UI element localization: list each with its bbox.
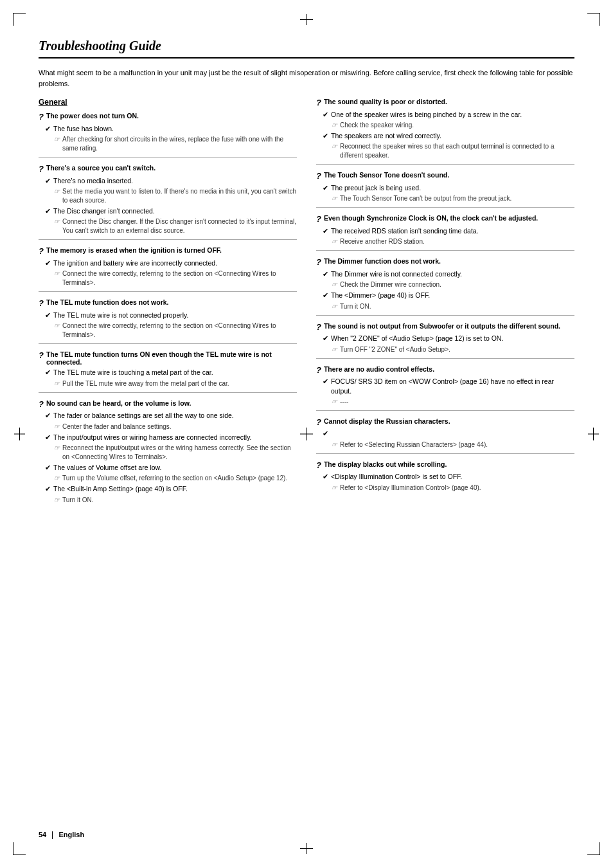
qa-audio-control: ? There are no audio control effects. ✔ … (316, 365, 574, 411)
check-item: ✔ The speakers are not wired correctly. (323, 131, 574, 141)
check-item: ✔ The fuse has blown. (45, 124, 297, 134)
qa-memory-question: ? The memory is erased when the ignition… (39, 246, 297, 257)
left-column: General ? The power does not turn ON. ✔ … (39, 98, 297, 511)
checkmark-icon: ✔ (45, 206, 51, 216)
checkmark-icon: ✔ (323, 131, 328, 141)
qa-source-question-text: There's a source you can't switch. (46, 164, 155, 172)
qa-touch-sensor-answer: ✔ The preout jack is being used. ☞ The T… (323, 183, 574, 203)
ref-icon: ☞ (54, 321, 60, 330)
qa-tel-mute-on-question-text: The TEL mute function turns ON even thou… (46, 350, 297, 366)
q-mark-memory: ? (39, 246, 44, 257)
ref-item: ☞ Check the speaker wiring. (332, 121, 574, 130)
check-text: <Display Illumination Control> is set to… (331, 472, 574, 482)
ref-icon: ☞ (54, 135, 60, 144)
check-item: ✔ The fader or balance settings are set … (45, 411, 297, 420)
qa-russian: ? Cannot display the Russian characters.… (316, 417, 574, 454)
divider (39, 239, 297, 240)
qa-dimmer-question: ? The Dimmer function does not work. (316, 257, 574, 267)
qa-display-blackout-answer: ✔ <Display Illumination Control> is set … (323, 472, 574, 492)
ref-item: ☞ Turn it ON. (332, 302, 574, 311)
ref-icon: ☞ (54, 269, 60, 278)
ref-text: Check the Dimmer wire connection. (340, 280, 574, 289)
qa-memory: ? The memory is erased when the ignition… (39, 246, 297, 292)
checkmark-icon: ✔ (323, 226, 328, 236)
ref-text: Set the media you want to listen to. If … (62, 187, 297, 205)
check-item: ✔ The input/output wires or wiring harne… (45, 433, 297, 442)
qa-touch-sensor-question-text: The Touch Sensor Tone doesn't sound. (324, 171, 449, 179)
divider (316, 410, 574, 411)
qa-tel-mute-on-question: ? The TEL mute function turns ON even th… (39, 350, 297, 366)
ref-icon: ☞ (54, 379, 60, 388)
check-item: ✔ The ignition and battery wire are inco… (45, 258, 297, 268)
ref-icon: ☞ (332, 345, 337, 354)
qa-tel-mute: ? The TEL mute function does not work. ✔… (39, 298, 297, 344)
q-mark-tel-mute-on: ? (39, 350, 44, 361)
qa-display-blackout: ? The display blacks out while scrolling… (316, 460, 574, 493)
checkmark-icon: ✔ (323, 110, 328, 120)
qa-audio-control-answer: ✔ FOCUS/ SRS 3D item on <WOW Control> (p… (323, 377, 574, 406)
qa-russian-question: ? Cannot display the Russian characters. (316, 417, 574, 428)
checkmark-icon: ✔ (323, 334, 328, 343)
divider (316, 250, 574, 251)
crosshair-left-v (19, 428, 20, 440)
ref-item: ☞ Reconnect the input/output wires or th… (54, 444, 297, 462)
ref-icon: ☞ (332, 121, 337, 130)
qa-sync-clock-question: ? Even though Synchronize Clock is ON, t… (316, 214, 574, 224)
qa-russian-question-text: Cannot display the Russian characters. (324, 417, 450, 425)
corner-mark-tl (13, 13, 26, 26)
ref-item: ☞ Center the fader and balance settings. (54, 422, 297, 431)
check-text: When "2 ZONE" of <Audio Setup> (page 12)… (331, 334, 574, 343)
ref-icon: ☞ (54, 496, 60, 505)
qa-memory-answer: ✔ The ignition and battery wire are inco… (45, 258, 297, 287)
corner-mark-tr (587, 13, 600, 26)
ref-item: ☞ Turn it ON. (54, 496, 297, 505)
qa-sound-quality-question: ? The sound quality is poor or distorted… (316, 98, 574, 108)
q-mark-audio-control: ? (316, 365, 321, 375)
ref-item: ☞ After checking for short circuits in t… (54, 135, 297, 153)
checkmark-icon: ✔ (323, 183, 328, 193)
q-mark-sound-quality: ? (316, 98, 321, 108)
ref-item: ☞ Pull the TEL mute wire away from the m… (54, 379, 297, 388)
ref-text: The Touch Sensor Tone can't be output fr… (340, 194, 574, 203)
page-footer: 54 English (39, 831, 84, 839)
check-text: One of the speaker wires is being pinche… (331, 110, 574, 120)
ref-text: Check the speaker wiring. (340, 121, 574, 130)
ref-icon: ☞ (332, 142, 337, 151)
checkmark-icon: ✔ (45, 124, 51, 134)
qa-subwoofer-question: ? The sound is not output from Subwoofer… (316, 322, 574, 332)
divider (316, 164, 574, 165)
ref-item: ☞ Turn OFF "2 ZONE" of <Audio Setup>. (332, 345, 574, 354)
ref-item: ☞ Set the media you want to listen to. I… (54, 187, 297, 205)
qa-subwoofer-question-text: The sound is not output from Subwoofer o… (324, 322, 560, 330)
footer-page-number: 54 (39, 831, 46, 838)
qa-source-answer: ✔ There's no media inserted. ☞ Set the m… (45, 176, 297, 236)
divider (316, 315, 574, 316)
ref-icon: ☞ (332, 397, 337, 406)
check-text: The input/output wires or wiring harness… (53, 433, 297, 442)
ref-text: Connect the Disc changer. If the Disc ch… (62, 217, 297, 235)
qa-sync-clock: ? Even though Synchronize Clock is ON, t… (316, 214, 574, 251)
corner-mark-br (587, 842, 600, 855)
qa-power-question: ? The power does not turn ON. (39, 112, 297, 122)
checkmark-icon: ✔ (45, 463, 51, 473)
ref-text: Receive another RDS station. (340, 237, 574, 246)
q-mark-power: ? (39, 112, 44, 122)
qa-sound-quality-answer: ✔ One of the speaker wires is being pinc… (323, 110, 574, 161)
qa-dimmer-question-text: The Dimmer function does not work. (324, 257, 441, 265)
crosshair-right-v (593, 428, 594, 440)
checkmark-icon: ✔ (323, 269, 328, 279)
checkmark-icon: ✔ (45, 433, 51, 442)
qa-memory-question-text: The memory is erased when the ignition i… (46, 246, 222, 254)
qa-audio-control-question: ? There are no audio control effects. (316, 365, 574, 375)
ref-text: Turn OFF "2 ZONE" of <Audio Setup>. (340, 345, 574, 354)
ref-icon: ☞ (332, 280, 337, 289)
checkmark-icon: ✔ (45, 411, 51, 420)
qa-power: ? The power does not turn ON. ✔ The fuse… (39, 112, 297, 158)
q-mark-no-sound: ? (39, 399, 44, 410)
checkmark-icon: ✔ (323, 429, 328, 439)
crosshair-top-v (306, 14, 307, 25)
ref-item: ☞ Refer to <Selecting Russian Characters… (332, 440, 574, 449)
check-item: ✔ There's no media inserted. (45, 176, 297, 186)
checkmark-icon: ✔ (323, 291, 328, 300)
ref-icon: ☞ (54, 217, 60, 226)
